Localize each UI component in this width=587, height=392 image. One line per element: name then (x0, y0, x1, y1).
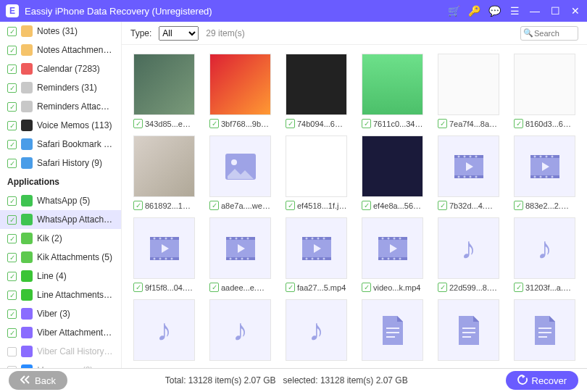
close-icon[interactable]: ✕ (570, 5, 581, 17)
sidebar-item[interactable]: ✓Messenger (0) (0, 361, 121, 368)
checkbox[interactable]: ✓ (7, 215, 17, 225)
key-icon[interactable]: 🔑 (468, 5, 480, 17)
checkbox[interactable]: ✓ (133, 283, 143, 292)
checkbox[interactable]: ✓ (438, 283, 447, 292)
checkbox[interactable]: ✓ (7, 291, 17, 300)
checkbox[interactable]: ✓ (286, 283, 295, 292)
checkbox[interactable]: ✓ (209, 201, 219, 210)
sidebar-item[interactable]: ✓Line (4) (0, 267, 121, 285)
checkbox[interactable]: ✓ (7, 102, 17, 112)
sidebar-item[interactable]: ✓Kik Attachments (5) (0, 248, 121, 267)
thumbnail[interactable]: ✓883e2...2.mp4 (514, 135, 575, 210)
sidebar-item[interactable]: ✓Kik (2) (0, 229, 121, 248)
sidebar-item[interactable]: ✓Notes Attachments (24) (0, 41, 121, 59)
svg-point-20 (533, 175, 536, 178)
checkbox[interactable]: ✓ (514, 283, 523, 292)
svg-point-32 (159, 257, 161, 259)
checkbox[interactable]: ✓ (209, 283, 219, 292)
checkbox[interactable]: ✓ (438, 119, 447, 128)
svg-rect-76 (538, 336, 547, 338)
thumbnail[interactable]: ♪ (286, 299, 347, 361)
checkbox[interactable]: ✓ (7, 253, 17, 262)
thumbnail[interactable]: ✓343d85...e8.jpg (133, 54, 195, 128)
thumbnail[interactable]: ♪✓22d599...8.opus (438, 217, 499, 292)
chat-icon[interactable]: 💬 (488, 5, 500, 17)
thumbnail[interactable] (514, 299, 575, 361)
thumbnail[interactable]: ✓video...k.mp4 (362, 217, 423, 292)
sidebar-item[interactable]: ✓WhatsApp (5) (0, 191, 121, 210)
menu-icon[interactable]: ☰ (509, 5, 520, 17)
thumbnail[interactable]: ✓9f15f8...04.mp4 (133, 217, 195, 292)
thumbnail[interactable] (362, 299, 423, 361)
sidebar[interactable]: ✓Notes (31)✓Notes Attachments (24)✓Calen… (0, 22, 122, 368)
sidebar-item[interactable]: ✓Safari Bookmark (653) (0, 135, 121, 154)
checkbox[interactable]: ✓ (362, 283, 371, 292)
cart-icon[interactable]: 🛒 (448, 5, 459, 17)
sidebar-item[interactable]: ✓Reminders (31) (0, 78, 121, 97)
checkbox[interactable]: ✓ (7, 159, 17, 168)
checkbox[interactable]: ✓ (133, 119, 143, 128)
content: Type: All 29 item(s) 🔍 ✓343d85...e8.jpg✓… (122, 22, 587, 368)
thumbnail[interactable]: ✓a8e7a....webp (209, 135, 271, 210)
checkbox[interactable]: ✓ (7, 46, 17, 55)
thumbnail[interactable] (438, 299, 499, 361)
checkbox[interactable]: ✓ (7, 234, 17, 243)
checkbox[interactable]: ✓ (7, 347, 17, 356)
checkbox[interactable]: ✓ (286, 119, 295, 128)
thumbnail[interactable]: ✓74b094...60.jpg (286, 54, 347, 128)
checkbox[interactable]: ✓ (514, 119, 523, 128)
sidebar-item[interactable]: ✓Reminders Attachmen... (0, 97, 121, 116)
checkbox[interactable]: ✓ (7, 64, 17, 74)
thumbnail[interactable]: ✓8160d3...69.jpg (514, 54, 575, 128)
checkbox[interactable]: ✓ (7, 121, 17, 130)
checkbox[interactable]: ✓ (7, 83, 17, 93)
checkbox[interactable]: ✓ (514, 201, 523, 210)
thumbnail-caption: ✓343d85...e8.jpg (133, 119, 195, 128)
sidebar-item[interactable]: ✓Viber Attachments (2... (0, 323, 121, 342)
sidebar-item[interactable]: ✓WhatsApp Attachmen... (0, 210, 121, 229)
checkbox[interactable]: ✓ (133, 201, 143, 210)
checkbox[interactable]: ✓ (438, 201, 447, 210)
checkbox[interactable]: ✓ (7, 140, 17, 149)
sidebar-item[interactable]: ✓Notes (31) (0, 22, 121, 41)
checkbox[interactable]: ✓ (7, 196, 17, 206)
checkbox[interactable]: ✓ (7, 27, 17, 36)
thumbnail[interactable]: ✓861892...15.jpg (133, 135, 195, 210)
thumbnail[interactable]: ♪ (209, 299, 271, 361)
svg-point-9 (457, 175, 459, 178)
thumbnail[interactable]: ✓3bf768...9b.jpg (209, 54, 271, 128)
thumbnail[interactable]: ✓faa27...5.mp4 (286, 217, 347, 292)
sidebar-item[interactable]: ✓Calendar (7283) (0, 59, 121, 78)
svg-rect-75 (538, 332, 551, 333)
sidebar-item[interactable]: ✓Viber (3) (0, 304, 121, 323)
sidebar-item[interactable]: ✓Line Attachments (510) (0, 285, 121, 304)
checkbox[interactable]: ✓ (286, 201, 295, 210)
back-button[interactable]: Back (9, 371, 67, 390)
sidebar-item[interactable]: ✓Safari History (9) (0, 154, 121, 172)
thumbnail[interactable]: ✓ef4518...1f.jpg (286, 135, 347, 210)
thumbnail[interactable]: ✓7ea7f4...8a.jpg (438, 54, 499, 128)
sidebar-item[interactable]: ✓Viber Call History (0) (0, 342, 121, 361)
checkbox[interactable]: ✓ (7, 272, 17, 281)
checkbox[interactable]: ✓ (7, 309, 17, 319)
maximize-icon[interactable]: ☐ (549, 5, 561, 17)
thumbnail[interactable]: ✓7611c0...34.jpg (362, 54, 423, 128)
sidebar-item[interactable]: ✓Voice Memos (113) (0, 116, 121, 135)
sidebar-item-label: Reminders Attachmen... (37, 101, 114, 112)
checkbox[interactable]: ✓ (7, 328, 17, 338)
recover-button[interactable]: Recover (506, 371, 578, 390)
checkbox[interactable]: ✓ (7, 366, 17, 369)
checkbox[interactable]: ✓ (209, 119, 219, 128)
minimize-icon[interactable]: — (529, 5, 541, 17)
thumbnail[interactable]: ✓ef4e8a...56.jpg (362, 135, 423, 210)
svg-point-39 (235, 237, 237, 239)
type-select[interactable]: All (159, 26, 199, 41)
checkbox[interactable]: ✓ (362, 119, 371, 128)
checkbox[interactable]: ✓ (362, 201, 371, 210)
thumbnail[interactable]: ✓aadee...e.mp4 (209, 217, 271, 292)
svg-point-54 (311, 257, 313, 259)
thumbnail[interactable]: ♪ (133, 299, 195, 361)
thumbnail[interactable]: ♪✓31203f...a.opus (514, 217, 575, 292)
thumbnail-grid[interactable]: ✓343d85...e8.jpg✓3bf768...9b.jpg✓74b094.… (122, 45, 587, 368)
thumbnail[interactable]: ✓7b32d...4.mp4 (438, 135, 499, 210)
